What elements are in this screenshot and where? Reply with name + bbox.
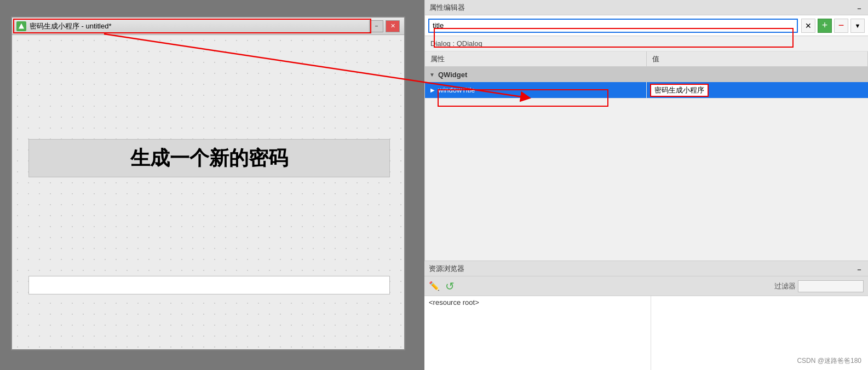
window-title-row[interactable]: ▶ windowTitle 密码生成小程序 [425, 82, 868, 99]
more-button[interactable]: ▼ [850, 19, 865, 33]
prop-name: ▶ windowTitle [425, 82, 647, 98]
dialog-window: 密码生成小程序 - untitled* － ✕ 生成一个新的密码 [11, 16, 405, 350]
clear-search-button[interactable]: ✕ [801, 19, 815, 33]
property-table: ▼ QWidget ▶ windowTitle 密码生成小程序 [425, 67, 868, 261]
property-editor-header: 属性编辑器 🗕 [425, 0, 868, 15]
resource-tools: ✏️ ↺ [429, 281, 455, 292]
edit-resource-icon[interactable]: ✏️ [429, 281, 440, 292]
resource-browser: 资源浏览器 🗕 ✏️ ↺ 过滤器 <resource root> [424, 261, 868, 370]
generate-button[interactable]: 生成一个新的密码 [28, 139, 390, 177]
resource-tree: <resource root> [424, 296, 651, 370]
password-input[interactable] [28, 276, 390, 294]
search-bar: ✕ + − ▼ [425, 15, 868, 36]
dialog-content: 生成一个新的密码 [12, 35, 404, 349]
resource-filter: 过滤器 [774, 280, 864, 292]
qwidget-section: ▼ QWidget [425, 67, 868, 82]
dialog-titlebar: 密码生成小程序 - untitled* － ✕ [12, 18, 404, 35]
panel-pin-icon[interactable]: 🗕 [855, 3, 864, 12]
col-property: 属性 [425, 51, 647, 66]
close-button[interactable]: ✕ [386, 20, 400, 32]
section-chevron: ▼ [429, 72, 435, 78]
app-icon [16, 21, 26, 31]
search-input[interactable] [428, 19, 798, 33]
table-header: 属性 值 [425, 51, 868, 67]
generate-label: 生成一个新的密码 [130, 145, 288, 172]
watermark: CSDN @迷路爸爸180 [797, 356, 861, 366]
left-panel: 密码生成小程序 - untitled* － ✕ 生成一个新的密码 [0, 0, 424, 370]
resource-browser-title: 资源浏览器 [429, 264, 464, 274]
resource-browser-header: 资源浏览器 🗕 [424, 261, 868, 276]
minimize-button[interactable]: － [369, 20, 383, 32]
prop-value: 密码生成小程序 [647, 82, 869, 98]
search-actions: ✕ + − ▼ [801, 19, 865, 33]
resource-panel-controls: 🗕 [855, 264, 864, 273]
breadcrumb-text: Dialog : QDialog [430, 39, 482, 48]
property-editor-title: 属性编辑器 [429, 3, 465, 13]
section-title: QWidget [438, 71, 467, 79]
resource-pin-icon[interactable]: 🗕 [855, 264, 864, 273]
dialog-title: 密码生成小程序 - untitled* [30, 21, 369, 31]
resource-toolbar: ✏️ ↺ 过滤器 [424, 276, 868, 296]
refresh-resource-icon[interactable]: ↺ [444, 281, 455, 292]
filter-label: 过滤器 [774, 281, 796, 291]
remove-property-button[interactable]: − [834, 19, 848, 33]
breadcrumb: Dialog : QDialog [425, 36, 868, 51]
prop-name-label: windowTitle [438, 86, 475, 94]
resource-root: <resource root> [429, 298, 479, 307]
prop-value-text: 密码生成小程序 [650, 84, 709, 97]
dialog-controls: － ✕ [369, 20, 400, 32]
property-editor: 属性编辑器 🗕 ✕ + − ▼ Dialog : QDialog 属性 值 [424, 0, 868, 261]
col-value: 值 [647, 51, 869, 66]
panel-controls: 🗕 [855, 3, 864, 12]
add-property-button[interactable]: + [818, 19, 832, 33]
right-panel: 属性编辑器 🗕 ✕ + − ▼ Dialog : QDialog 属性 值 [424, 0, 868, 370]
filter-input[interactable] [798, 280, 864, 292]
row-chevron: ▶ [430, 87, 435, 93]
